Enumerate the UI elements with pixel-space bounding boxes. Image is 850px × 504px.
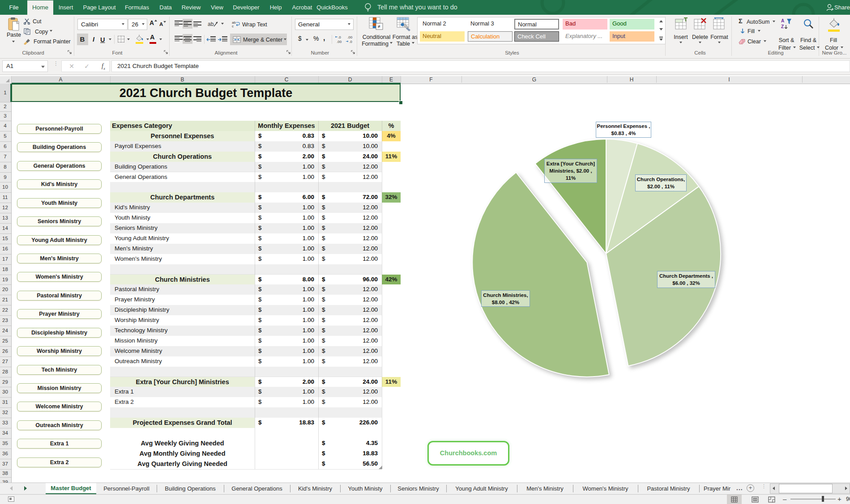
svg-text:≠: ≠ [378,24,380,29]
svg-text:A: A [781,18,784,23]
svg-text:Z: Z [781,24,784,29]
svg-text:ab: ab [208,21,214,27]
svg-text:.00: .00 [337,40,342,44]
svg-text:.00: .00 [347,35,353,39]
svg-text:.0: .0 [338,35,341,39]
svg-text:c: c [232,24,234,28]
svg-text:.0: .0 [349,40,352,44]
